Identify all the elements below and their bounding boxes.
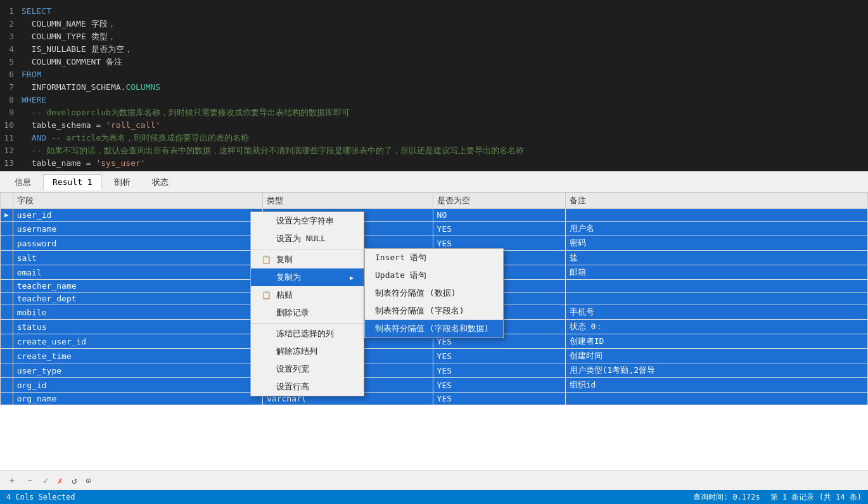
cancel-edit-button[interactable]: ✗ (54, 474, 65, 487)
remove-row-button[interactable]: － (23, 474, 37, 488)
cell-field[interactable]: user_id (13, 209, 262, 222)
context-menu-item[interactable]: 📋粘贴 (251, 286, 364, 304)
table-row[interactable]: usernamevarchar(YES用户名 (1, 222, 868, 236)
context-menu-item[interactable]: 复制为▶ (251, 268, 364, 286)
cols-selected-label: 4 Cols Selected (6, 493, 75, 501)
column-header[interactable]: 备注 (565, 193, 867, 209)
context-menu-item[interactable]: 冻结已选择的列 (251, 325, 364, 343)
cell-field[interactable]: email (13, 265, 262, 280)
column-header[interactable]: 是否为空 (433, 193, 565, 209)
cell-field[interactable]: password (13, 236, 262, 251)
context-menu-item[interactable]: 设置为空字符串 (251, 212, 364, 230)
cell-comment[interactable] (565, 209, 867, 222)
cell-comment[interactable] (565, 393, 867, 405)
status-bar: 4 Cols Selected 查询时间: 0.172s 第 1 条记录 (共 … (0, 490, 868, 504)
tab-剖析[interactable]: 剖析 (105, 173, 140, 191)
cell-comment[interactable]: 邮箱 (565, 265, 867, 280)
line-content: FROM (22, 68, 865, 81)
context-menu-item[interactable]: 解除冻结列 (251, 343, 364, 360)
sub-menu-item[interactable]: 制表符分隔值 (字段名) (365, 302, 503, 320)
cell-field[interactable]: username (13, 222, 262, 236)
cell-nullable[interactable]: NO (433, 209, 565, 222)
line-number: 10 (3, 119, 22, 132)
context-menu[interactable]: 设置为空字符串设置为 NULL📋复制复制为▶📋粘贴删除记录冻结已选择的列解除冻结… (250, 211, 364, 396)
line-content: COLUMN_TYPE 类型， (22, 30, 865, 43)
settings-button[interactable]: ⊙ (83, 474, 93, 487)
table-row[interactable]: org_idint(11)YES组织id (1, 378, 868, 393)
editor-line: 2 COLUMN_NAME 字段， (0, 18, 868, 30)
cell-field[interactable]: org_id (13, 378, 262, 393)
editor-line: 4 IS_NULLABLE 是否为空， (0, 43, 868, 56)
column-header[interactable]: 字段 (13, 193, 262, 209)
cell-nullable[interactable]: YES (433, 363, 565, 378)
context-menu-label: 冻结已选择的列 (276, 328, 334, 339)
cell-field[interactable]: mobile (13, 305, 262, 320)
sub-menu-item[interactable]: 制表符分隔值 (字段名和数据) (365, 320, 503, 337)
cell-nullable[interactable]: YES (433, 222, 565, 236)
context-menu-item[interactable]: 设置列宽 (251, 360, 364, 378)
cell-field[interactable]: create_time (13, 349, 262, 363)
cell-comment[interactable]: 用户类型(1考勤,2督导 (565, 363, 867, 378)
cell-field[interactable]: teacher_name (13, 280, 262, 293)
cell-nullable[interactable]: YES (433, 393, 565, 405)
editor-line: 3 COLUMN_TYPE 类型， (0, 30, 868, 43)
cell-field[interactable]: salt (13, 251, 262, 265)
table-row[interactable]: create_timedatetimYES创建时间 (1, 349, 868, 363)
line-number: 4 (3, 43, 22, 56)
context-menu-label: 设置为 NULL (276, 233, 326, 244)
row-marker (1, 236, 13, 251)
context-menu-label: 删除记录 (276, 307, 309, 318)
cell-comment[interactable]: 创建时间 (565, 349, 867, 363)
cell-comment[interactable]: 盐 (565, 251, 867, 265)
cell-field[interactable]: status (13, 320, 262, 334)
editor-line: 8WHERE (0, 94, 868, 106)
cell-field[interactable]: teacher_dept (13, 293, 262, 305)
cell-field[interactable]: create_user_id (13, 334, 262, 349)
sql-editor[interactable]: 1SELECT2 COLUMN_NAME 字段，3 COLUMN_TYPE 类型… (0, 0, 868, 171)
row-marker (1, 363, 13, 378)
line-content: WHERE (22, 94, 865, 106)
cell-comment[interactable] (565, 293, 867, 305)
tab-Result 1[interactable]: Result 1 (43, 174, 102, 190)
confirm-button[interactable]: ✓ (41, 474, 51, 487)
context-menu-label: 复制为 (276, 272, 301, 283)
result-table-area[interactable]: 字段类型是否为空备注 ▶user_idbigint(2NOusernamevar… (0, 192, 868, 470)
column-header[interactable]: 类型 (263, 193, 433, 209)
cell-comment[interactable]: 创建者ID (565, 334, 867, 349)
cell-nullable[interactable]: YES (433, 349, 565, 363)
refresh-button[interactable]: ↺ (69, 474, 79, 487)
line-content: -- developerclub为数据库名称，到时候只需要修改成你要导出表结构的… (22, 106, 865, 119)
line-number: 3 (3, 30, 22, 43)
context-menu-item[interactable]: 📋复制 (251, 251, 364, 268)
add-row-button[interactable]: ＋ (5, 474, 19, 488)
row-marker (1, 293, 13, 305)
context-menu-item[interactable]: 设置为 NULL (251, 230, 364, 248)
sub-menu-item[interactable]: 制表符分隔值 (数据) (365, 284, 503, 302)
sub-menu[interactable]: Insert 语句Update 语句制表符分隔值 (数据)制表符分隔值 (字段名… (364, 248, 504, 338)
cell-comment[interactable]: 用户名 (565, 222, 867, 236)
context-menu-item[interactable]: 删除记录 (251, 304, 364, 322)
sub-menu-item[interactable]: Update 语句 (365, 267, 503, 284)
cell-comment[interactable] (565, 280, 867, 293)
tab-信息[interactable]: 信息 (5, 173, 41, 191)
cell-field[interactable]: org_name (13, 393, 262, 405)
table-row[interactable]: ▶user_idbigint(2NO (1, 209, 868, 222)
row-marker (1, 378, 13, 393)
line-number: 7 (3, 81, 22, 94)
context-menu-icon: 📋 (261, 255, 271, 264)
table-row[interactable]: user_typevarchar(YES用户类型(1考勤,2督导 (1, 363, 868, 378)
tab-状态[interactable]: 状态 (143, 173, 178, 191)
context-menu-label: 粘贴 (276, 289, 293, 301)
editor-line: 9 -- developerclub为数据库名称，到时候只需要修改成你要导出表结… (0, 106, 868, 119)
sub-menu-item[interactable]: Insert 语句 (365, 249, 503, 267)
context-menu-item[interactable]: 设置行高 (251, 378, 364, 396)
cell-field[interactable]: user_type (13, 363, 262, 378)
cell-comment[interactable]: 密码 (565, 236, 867, 251)
cell-comment[interactable]: 状态 0： (565, 320, 867, 334)
table-row[interactable]: org_namevarchar(YES (1, 393, 868, 405)
editor-line: 10 table_schema = 'roll_call' (0, 119, 868, 132)
cell-comment[interactable]: 手机号 (565, 305, 867, 320)
editor-line: 13 table_name = 'sys_user' (0, 157, 868, 170)
cell-nullable[interactable]: YES (433, 378, 565, 393)
cell-comment[interactable]: 组织id (565, 378, 867, 393)
